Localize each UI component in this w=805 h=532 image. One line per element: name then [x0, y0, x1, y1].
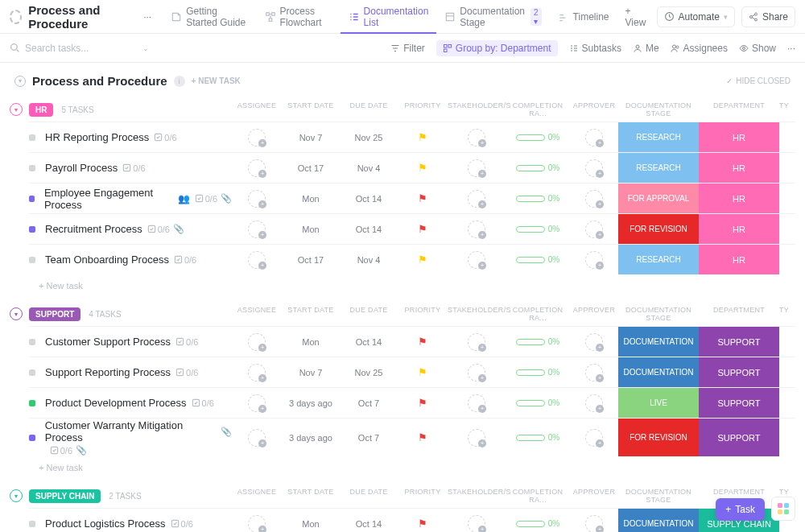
task-name[interactable]: Customer Warranty Mitigation Process: [45, 419, 217, 443]
due-date[interactable]: Oct 14: [340, 519, 398, 529]
completion-cell[interactable]: 0%: [506, 398, 570, 407]
start-date[interactable]: Oct 17: [282, 163, 340, 173]
stage-cell[interactable]: DOCUMENTATION: [618, 327, 699, 357]
col-completion[interactable]: COMPLETION RA...: [506, 488, 570, 504]
filter-button[interactable]: Filter: [390, 43, 425, 54]
col-stage[interactable]: DOCUMENTATION STAGE: [618, 488, 699, 504]
due-date[interactable]: Oct 7: [340, 433, 398, 443]
completion-cell[interactable]: 0%: [506, 368, 570, 377]
task-name[interactable]: Employee Engagement Process: [44, 187, 173, 211]
col-start[interactable]: START DATE: [282, 488, 340, 504]
subtask-count[interactable]: 0/6: [175, 337, 198, 347]
avatar-placeholder[interactable]: [248, 159, 266, 177]
automate-button[interactable]: Automate ▾: [657, 6, 735, 27]
stage-cell[interactable]: DOCUMENTATION: [618, 509, 699, 532]
group-pill[interactable]: HR: [29, 103, 53, 117]
task-name[interactable]: Support Reporting Process: [45, 366, 171, 378]
priority-flag-icon[interactable]: ⚑: [418, 366, 427, 378]
avatar-placeholder[interactable]: [585, 515, 603, 533]
dept-cell[interactable]: SUPPORT: [699, 327, 779, 357]
tab-getting-started-guide[interactable]: Getting Started Guide: [163, 0, 256, 33]
status-square[interactable]: [29, 521, 35, 527]
col-type[interactable]: TY: [779, 101, 795, 118]
col-start[interactable]: START DATE: [282, 101, 340, 118]
list-menu-icon[interactable]: ···: [143, 11, 151, 23]
stage-cell[interactable]: RESEARCH: [618, 245, 699, 274]
task-name[interactable]: Product Development Process: [45, 397, 187, 409]
avatar-placeholder[interactable]: [468, 333, 485, 351]
new-task-button[interactable]: + NEW TASK: [192, 76, 241, 85]
subtask-count[interactable]: 0/6: [50, 446, 72, 456]
avatar-placeholder[interactable]: [468, 190, 485, 208]
col-approver[interactable]: APPROVER: [570, 101, 618, 118]
more-button[interactable]: ···: [787, 43, 795, 54]
stage-cell[interactable]: RESEARCH: [618, 122, 699, 152]
col-stakeholders[interactable]: STAKEHOLDER/S: [448, 101, 506, 118]
col-stage[interactable]: DOCUMENTATION STAGE: [618, 306, 699, 322]
task-name[interactable]: Payroll Process: [45, 162, 118, 174]
completion-cell[interactable]: 0%: [506, 163, 570, 172]
show-button[interactable]: Show: [739, 43, 776, 54]
due-date[interactable]: Oct 14: [340, 194, 398, 204]
priority-flag-icon[interactable]: ⚑: [418, 254, 427, 266]
stage-cell[interactable]: FOR REVISION: [618, 419, 699, 456]
stage-cell[interactable]: DOCUMENTATION: [618, 357, 699, 387]
new-task-row[interactable]: + New task: [10, 456, 795, 479]
status-square[interactable]: [29, 369, 35, 376]
subtask-count[interactable]: 0/6: [174, 255, 196, 265]
due-date[interactable]: Nov 4: [340, 255, 398, 265]
task-row[interactable]: HR Reporting Process0/6Nov 7Nov 25⚑0%RES…: [29, 122, 795, 152]
info-icon[interactable]: i: [174, 76, 185, 87]
group-pill[interactable]: SUPPORT: [29, 307, 80, 321]
subtask-count[interactable]: 0/6: [175, 368, 198, 377]
group-toggle[interactable]: ▾: [10, 103, 23, 116]
people-icon[interactable]: 👥: [178, 193, 190, 204]
subtask-count[interactable]: 0/6: [147, 225, 170, 234]
completion-cell[interactable]: 0%: [506, 519, 570, 528]
tab-process-flowchart[interactable]: Process Flowchart: [257, 0, 341, 33]
subtask-count[interactable]: 0/6: [154, 133, 176, 142]
col-priority[interactable]: PRIORITY: [398, 306, 448, 322]
chevron-down-icon[interactable]: ⌄: [142, 44, 149, 52]
new-task-fab[interactable]: + Task: [716, 498, 765, 521]
hide-closed-button[interactable]: ✓ HIDE CLOSED: [726, 76, 791, 85]
new-task-row[interactable]: + New task: [10, 274, 795, 297]
start-date[interactable]: Nov 7: [282, 133, 340, 142]
avatar-placeholder[interactable]: [248, 190, 266, 208]
dept-cell[interactable]: HR: [699, 184, 779, 213]
completion-cell[interactable]: 0%: [506, 433, 570, 442]
priority-flag-icon[interactable]: ⚑: [418, 397, 427, 409]
due-date[interactable]: Nov 25: [340, 368, 398, 377]
avatar-placeholder[interactable]: [468, 159, 485, 177]
col-stage[interactable]: DOCUMENTATION STAGE: [618, 101, 699, 118]
avatar-placeholder[interactable]: [248, 221, 266, 238]
col-priority[interactable]: PRIORITY: [398, 101, 448, 118]
status-square[interactable]: [29, 134, 35, 141]
start-date[interactable]: Mon: [282, 519, 340, 529]
status-square[interactable]: [29, 339, 35, 345]
col-assignee[interactable]: ASSIGNEE: [232, 306, 282, 322]
task-row[interactable]: Product Development Process0/63 days ago…: [29, 387, 795, 418]
dept-cell[interactable]: HR: [699, 214, 779, 244]
task-row[interactable]: Employee Engagement Process👥0/6📎MonOct 1…: [29, 183, 795, 213]
tab-documentation-stage[interactable]: Documentation Stage2 ▾: [436, 0, 549, 33]
task-row[interactable]: Payroll Process0/6Oct 17Nov 4⚑0%RESEARCH…: [29, 152, 795, 183]
avatar-placeholder[interactable]: [468, 221, 485, 238]
status-square[interactable]: [29, 165, 35, 171]
avatar-placeholder[interactable]: [585, 364, 603, 381]
col-type[interactable]: TY: [779, 306, 795, 322]
avatar-placeholder[interactable]: [248, 251, 266, 269]
status-square[interactable]: [29, 435, 35, 441]
avatar-placeholder[interactable]: [248, 333, 266, 351]
avatar-placeholder[interactable]: [248, 129, 266, 146]
assignees-button[interactable]: Assignees: [671, 43, 728, 54]
task-name[interactable]: Product Logistics Process: [45, 518, 166, 530]
group-toggle[interactable]: ▾: [10, 489, 23, 502]
task-row[interactable]: Product Logistics Process0/6MonOct 14⚑0%…: [29, 508, 795, 532]
subtask-count[interactable]: 0/6: [192, 398, 214, 408]
due-date[interactable]: Oct 14: [340, 225, 398, 234]
attachment-icon[interactable]: 📎: [221, 427, 232, 437]
dept-cell[interactable]: HR: [699, 153, 779, 183]
avatar-placeholder[interactable]: [585, 333, 603, 351]
task-name[interactable]: HR Reporting Process: [45, 131, 149, 143]
